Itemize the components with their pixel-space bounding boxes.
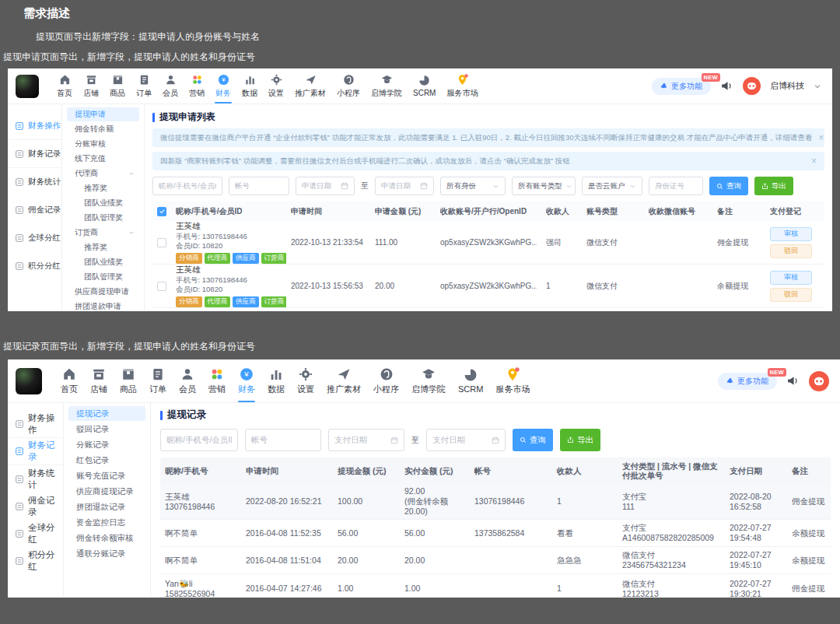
sidebar-item-财务操作[interactable]: 财务操作 — [8, 112, 61, 140]
export-button[interactable]: 导出 — [560, 429, 600, 451]
pay-date-cell: 2022-07-2719:45:10 — [725, 547, 787, 573]
sidebar-item-积分分红[interactable]: 积分分红 — [8, 547, 63, 574]
sidebar-item-财务统计[interactable]: 财务统计 — [8, 168, 61, 196]
nav-item-goods[interactable]: 商品 — [104, 68, 131, 103]
nav-item-data[interactable]: 数据 — [261, 359, 291, 402]
submenu-item-资金监控日志[interactable]: 资金监控日志 — [68, 515, 145, 530]
nav-item-scrm[interactable]: SCRM — [408, 68, 441, 103]
nav-item-market[interactable]: 服务市场 — [441, 68, 483, 103]
reject-button[interactable]: 驳回 — [770, 244, 812, 258]
sidebar-item-积分分红[interactable]: 积分分红 — [8, 252, 61, 280]
announcement-speaker-icon[interactable] — [720, 79, 733, 93]
nav-item-promo[interactable]: 推广素材 — [289, 68, 331, 103]
nav-item-member[interactable]: 会员 — [173, 359, 202, 402]
select-all-checkbox[interactable] — [157, 207, 166, 216]
title-bar — [152, 113, 155, 122]
submenu-item-驳回记录[interactable]: 驳回记录 — [68, 422, 145, 436]
submenu-item-团队管理奖[interactable]: 团队管理奖 — [67, 211, 139, 225]
search-button[interactable]: 查询 — [709, 177, 748, 195]
filter-input[interactable]: 昵称/手机号/会员ID — [152, 177, 222, 195]
submenu-item-拼团退款记录[interactable]: 拼团退款记录 — [68, 500, 145, 514]
submenu-item-提现申请[interactable]: 提现申请 — [67, 107, 139, 121]
nav-item-store[interactable]: 店铺 — [78, 68, 104, 103]
close-icon[interactable]: × — [812, 132, 824, 143]
user-avatar[interactable] — [743, 77, 761, 95]
nav-item-home[interactable]: 首页 — [51, 68, 78, 103]
nav-item-finance[interactable]: ¥财务 — [232, 359, 261, 402]
submenu-item-代理商[interactable]: 代理商 — [67, 167, 139, 181]
submenu-item-佣金转余额[interactable]: 佣金转余额 — [67, 122, 139, 136]
filter-input[interactable]: 帐号 — [229, 177, 289, 195]
nav-item-data[interactable]: 数据 — [236, 68, 263, 103]
submenu-item-拼团退款申请[interactable]: 拼团退款申请 — [67, 300, 139, 311]
submenu-item-线下充值[interactable]: 线下充值 — [67, 152, 139, 166]
submenu-item-佣金转余额审核[interactable]: 佣金转余额审核 — [68, 531, 145, 545]
filter-input[interactable]: 昵称/手机号/会员ID — [160, 429, 238, 451]
filter-input[interactable]: 支付日期 — [426, 429, 506, 451]
search-button[interactable]: 查询 — [513, 429, 553, 451]
nav-item-finance[interactable]: ¥财务 — [210, 68, 236, 103]
submenu-item-推荐奖[interactable]: 推荐奖 — [67, 240, 139, 254]
submenu-item-分账审核[interactable]: 分账审核 — [67, 137, 139, 151]
sidebar-item-财务统计[interactable]: 财务统计 — [8, 465, 63, 493]
nav-item-label: 商品 — [120, 384, 137, 395]
sidebar-item-财务记录[interactable]: 财务记录 — [8, 140, 61, 168]
more-features-button[interactable]: 更多功能NEW — [652, 78, 711, 95]
user-avatar[interactable] — [809, 371, 829, 391]
sidebar-item-财务记录[interactable]: 财务记录 — [8, 438, 63, 465]
nav-item-home[interactable]: 首页 — [54, 359, 84, 402]
nav-item-marketing[interactable]: 营销 — [184, 68, 210, 103]
filter-select[interactable]: 所有身份 — [440, 177, 506, 195]
submenu-item-红包记录[interactable]: 红包记录 — [68, 453, 145, 468]
filter-select[interactable]: 所有账号类型 — [512, 177, 576, 195]
row-checkbox[interactable] — [157, 238, 166, 247]
submenu-item-提现记录[interactable]: 提现记录 — [68, 406, 145, 421]
nav-item-market[interactable]: 服务市场 — [489, 359, 536, 402]
filter-input[interactable]: 申请日期 — [375, 177, 434, 195]
nav-item-store[interactable]: 店铺 — [84, 359, 114, 402]
sidebar-item-佣金记录[interactable]: 佣金记录 — [8, 196, 61, 224]
announcement-speaker-icon[interactable] — [786, 374, 800, 387]
sidebar-item-财务操作[interactable]: 财务操作 — [8, 411, 63, 438]
reject-button[interactable]: 驳回 — [770, 288, 812, 302]
nav-item-order[interactable]: 订单 — [131, 68, 157, 103]
nav-item-academy[interactable]: 启博学院 — [405, 359, 452, 402]
nav-item-academy[interactable]: 启博学院 — [366, 68, 408, 103]
nav-item-promo[interactable]: 推广素材 — [320, 359, 367, 402]
submenu-item-推荐奖[interactable]: 推荐奖 — [67, 181, 139, 195]
filter-input[interactable]: 帐号 — [245, 429, 321, 451]
filter-input[interactable]: 支付日期 — [328, 429, 404, 451]
nav-item-order[interactable]: 订单 — [143, 359, 173, 402]
more-features-button[interactable]: 更多功能NEW — [718, 373, 777, 390]
filter-input[interactable]: 身份证号 — [649, 177, 703, 195]
nav-item-settings[interactable]: 设置 — [291, 359, 320, 402]
chevron-down-icon[interactable] — [814, 82, 821, 90]
row-checkbox[interactable] — [157, 282, 166, 291]
filter-select[interactable]: 是否云账户 — [582, 177, 642, 195]
submenu-item-账号充值记录[interactable]: 账号充值记录 — [68, 468, 145, 483]
nav-item-member[interactable]: 会员 — [157, 68, 184, 103]
audit-button[interactable]: 审核 — [770, 227, 812, 241]
member-name: 王英雄 — [176, 265, 282, 275]
audit-button[interactable]: 审核 — [770, 271, 812, 285]
submenu-item-订货商[interactable]: 订货商 — [67, 226, 139, 240]
sidebar-item-全球分红[interactable]: 全球分红 — [8, 224, 61, 252]
submenu-item-供应商提现申请[interactable]: 供应商提现申请 — [67, 285, 139, 299]
nav-item-miniapp[interactable]: 小程序 — [367, 359, 405, 402]
submenu-item-团队业绩奖[interactable]: 团队业绩奖 — [67, 196, 139, 210]
export-button[interactable]: 导出 — [754, 177, 793, 195]
nav-item-settings[interactable]: 设置 — [263, 68, 289, 103]
close-icon[interactable]: × — [805, 156, 817, 167]
filter-input[interactable]: 申请日期 — [296, 177, 355, 195]
submenu-item-分账记录[interactable]: 分账记录 — [68, 437, 145, 452]
submenu-item-团队管理奖[interactable]: 团队管理奖 — [67, 270, 139, 284]
nav-item-marketing[interactable]: 营销 — [202, 359, 232, 402]
submenu-item-团队业绩奖[interactable]: 团队业绩奖 — [67, 255, 139, 269]
sidebar-item-全球分红[interactable]: 全球分红 — [8, 520, 63, 547]
nav-item-miniapp[interactable]: 小程序 — [331, 68, 366, 103]
nav-item-scrm[interactable]: SCRM — [452, 359, 489, 402]
submenu-item-通联分账记录[interactable]: 通联分账记录 — [68, 546, 145, 561]
submenu-item-供应商提现记录[interactable]: 供应商提现记录 — [68, 484, 145, 499]
nav-item-goods[interactable]: 商品 — [114, 359, 143, 402]
sidebar-item-佣金记录[interactable]: 佣金记录 — [8, 493, 63, 520]
